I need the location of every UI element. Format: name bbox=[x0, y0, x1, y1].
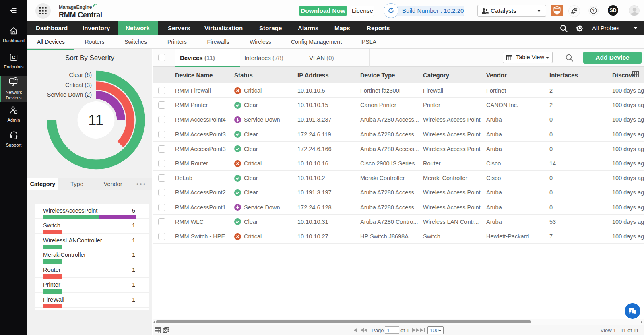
svg-text:C: C bbox=[12, 55, 16, 60]
svg-text:?: ? bbox=[592, 8, 594, 13]
